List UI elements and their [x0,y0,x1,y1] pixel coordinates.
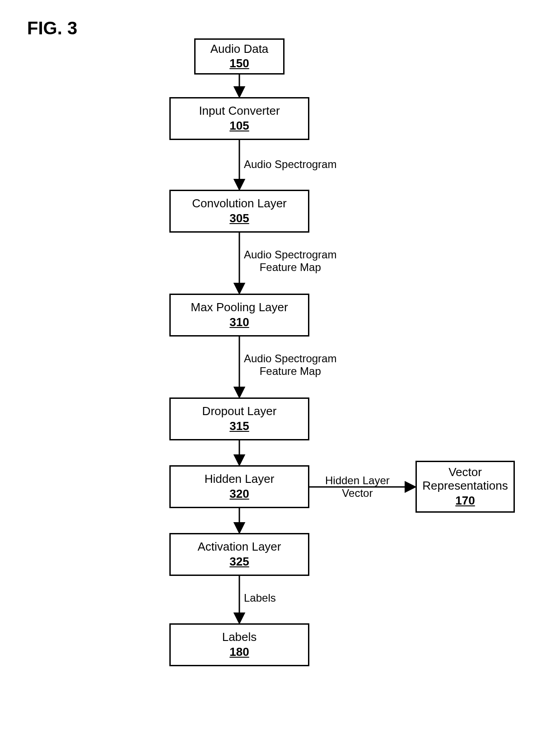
node-title: Hidden Layer [205,472,275,486]
node-title: Labels [222,631,257,644]
edge-label-labels: Labels [244,592,276,604]
node-ref: 180 [229,645,249,659]
node-ref: 105 [229,119,249,133]
node-vector-representations: Vector Representations 170 [415,461,515,513]
node-title: Convolution Layer [192,197,287,210]
node-hidden-layer: Hidden Layer 320 [169,465,309,508]
edge-label-audio-spectrogram: Audio Spectrogram [244,158,336,171]
node-title: Activation Layer [198,540,281,554]
node-title: Audio Data [210,42,269,56]
node-max-pooling: Max Pooling Layer 310 [169,294,309,337]
node-input-converter: Input Converter 105 [169,97,309,140]
node-dropout: Dropout Layer 315 [169,397,309,440]
figure-label: FIG. 3 [27,18,77,38]
node-title: Max Pooling Layer [191,301,288,314]
node-ref: 150 [229,56,249,70]
node-convolution-layer: Convolution Layer 305 [169,190,309,233]
node-labels: Labels 180 [169,623,309,666]
node-ref: 325 [229,555,249,569]
node-ref: 320 [229,487,249,501]
node-activation-layer: Activation Layer 325 [169,533,309,576]
node-title: Vector Representations [422,466,508,493]
node-title: Input Converter [199,104,280,118]
node-audio-data: Audio Data 150 [194,38,285,75]
edge-label-feature-map-1: Audio Spectrogram Feature Map [244,248,336,273]
node-ref: 310 [229,315,249,329]
diagram-canvas: FIG. 3 Audio Data 150 Input Converter 10… [0,0,560,734]
node-ref: 315 [229,419,249,433]
node-ref: 305 [229,211,249,225]
edge-label-feature-map-2: Audio Spectrogram Feature Map [244,352,336,377]
node-title: Dropout Layer [202,405,277,418]
node-ref: 170 [455,494,475,508]
edge-label-hidden-vector: Hidden Layer Vector [325,474,390,499]
